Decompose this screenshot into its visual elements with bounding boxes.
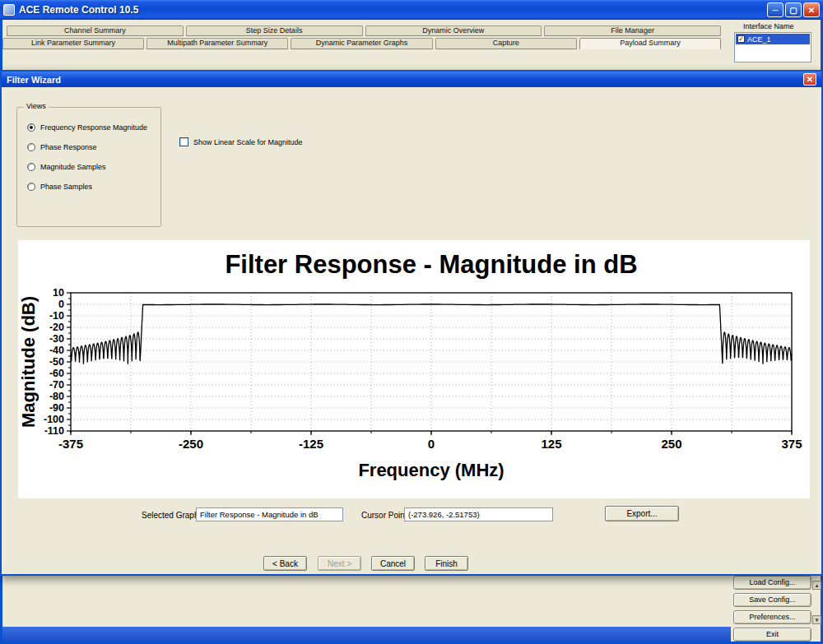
x-tick-label: 125 [541, 437, 561, 451]
finish-button[interactable]: Finish [425, 556, 468, 571]
exit-button[interactable]: Exit [733, 628, 811, 642]
radio-phase-response[interactable]: Phase Response [27, 142, 97, 152]
window-title: ACE Remote Control 10.5 [19, 4, 765, 16]
maximize-button[interactable]: ▢ [785, 2, 802, 17]
tab-multipath-parameter-summary[interactable]: Multipath Parameter Summary [146, 38, 288, 49]
tab-step-size-details[interactable]: Step Size Details [186, 25, 363, 36]
y-tick-label: -70 [49, 379, 64, 391]
interface-list[interactable]: ✓ACE_1 [734, 32, 811, 63]
radio-magnitude-samples[interactable]: Magnitude Samples [27, 162, 106, 172]
minimize-button[interactable]: ─ [767, 2, 783, 17]
y-tick-label: -50 [49, 356, 64, 368]
views-groupbox: Views Frequency Response MagnitudePhase … [16, 107, 161, 227]
scroll-up-button[interactable]: ▲ [812, 581, 821, 590]
radio-button-icon[interactable] [27, 183, 35, 191]
x-tick-label: 0 [428, 437, 435, 451]
filter-wizard-dialog: Filter Wizard ✕ Views Frequency Response… [0, 70, 823, 576]
y-tick-label: 10 [53, 287, 64, 299]
scroll-down-button[interactable]: ▼ [812, 615, 821, 624]
tab-payload-summary[interactable]: Payload Summary [579, 38, 721, 49]
interface-name-label: Interface Name [743, 22, 794, 30]
cursor-point-input[interactable] [404, 507, 553, 521]
radio-label: Phase Response [40, 143, 97, 151]
radio-phase-samples[interactable]: Phase Samples [27, 182, 92, 192]
radio-button-icon[interactable] [27, 163, 35, 171]
x-tick-label: 250 [661, 437, 681, 451]
chart-title: Filter Response - Magnitude in dB [225, 250, 637, 279]
tab-dynamic-parameter-graphs[interactable]: Dynamic Parameter Graphs [291, 38, 432, 49]
app-icon [3, 4, 15, 16]
interface-item-label: ACE_1 [747, 35, 771, 44]
linear-scale-checkbox-row[interactable]: Show Linear Scale for Magnitude [179, 137, 303, 146]
x-tick-label: 375 [781, 437, 802, 451]
load-config-button[interactable]: Load Config... [733, 576, 811, 590]
dialog-close-button[interactable]: ✕ [803, 73, 816, 86]
tab-file-manager[interactable]: File Manager [544, 25, 721, 36]
y-tick-label: -20 [49, 322, 64, 333]
interface-item-checkbox[interactable]: ✓ [737, 35, 745, 43]
ace-remote-control-window: ACE Remote Control 10.5 ─ ▢ ✕ Channel Su… [0, 0, 823, 644]
dialog-titlebar[interactable]: Filter Wizard ✕ [2, 72, 821, 87]
linear-scale-label: Show Linear Scale for Magnitude [193, 138, 303, 146]
window-titlebar[interactable]: ACE Remote Control 10.5 ─ ▢ ✕ [0, 0, 823, 20]
selected-graph-label: Selected Graph: [142, 511, 201, 520]
views-legend: Views [24, 102, 49, 110]
tab-channel-summary[interactable]: Channel Summary [7, 25, 184, 36]
x-axis-label: Frequency (MHz) [358, 460, 504, 480]
y-tick-label: -90 [49, 402, 64, 414]
tab-strip-row1: Channel SummaryStep Size DetailsDynamic … [7, 25, 721, 36]
tab-capture[interactable]: Capture [435, 38, 577, 49]
dialog-title: Filter Wizard [7, 75, 61, 85]
radio-button-icon[interactable] [27, 143, 35, 151]
y-tick-label: 0 [58, 299, 64, 310]
close-button[interactable]: ✕ [803, 2, 820, 17]
status-strip [2, 627, 731, 642]
cursor-point-label: Cursor Point: [361, 511, 409, 520]
radio-frequency-response-magnitude[interactable]: Frequency Response Magnitude [27, 123, 147, 132]
next-button[interactable]: Next > [318, 556, 361, 571]
selected-graph-input[interactable] [196, 507, 343, 521]
cancel-button[interactable]: Cancel [371, 556, 415, 571]
save-config-button[interactable]: Save Config... [733, 593, 811, 607]
radio-label: Frequency Response Magnitude [40, 123, 147, 132]
y-tick-label: -30 [49, 333, 64, 345]
chart-panel: -375-250-1250125250375100-10-20-30-40-50… [18, 240, 810, 498]
tab-strip-row2: Link Parameter SummaryMultipath Paramete… [2, 38, 721, 49]
radio-button-icon[interactable] [27, 123, 35, 132]
radio-label: Magnitude Samples [40, 163, 106, 171]
y-tick-label: -10 [49, 310, 64, 322]
y-tick-label: -60 [49, 368, 64, 379]
y-tick-label: -100 [44, 414, 64, 425]
y-tick-label: -80 [49, 391, 64, 402]
filter-response-chart[interactable]: -375-250-1250125250375100-10-20-30-40-50… [18, 240, 810, 498]
y-tick-label: -110 [44, 425, 64, 437]
radio-label: Phase Samples [40, 183, 92, 191]
linear-scale-checkbox[interactable] [179, 137, 188, 146]
export-button[interactable]: Export... [605, 506, 679, 521]
x-tick-label: -250 [179, 437, 203, 451]
tab-link-parameter-summary[interactable]: Link Parameter Summary [2, 38, 144, 49]
back-button[interactable]: < Back [263, 556, 307, 571]
tab-dynamic-overview[interactable]: Dynamic Overview [365, 25, 542, 36]
interface-list-item[interactable]: ✓ACE_1 [736, 34, 810, 44]
x-tick-label: -125 [299, 437, 323, 451]
preferences-button[interactable]: Preferences... [733, 610, 811, 624]
dialog-body: Views Frequency Response MagnitudePhase … [2, 87, 821, 574]
y-axis-label: Magnitude (dB) [18, 296, 39, 428]
y-tick-label: -40 [49, 345, 64, 356]
x-tick-label: -375 [58, 437, 83, 451]
